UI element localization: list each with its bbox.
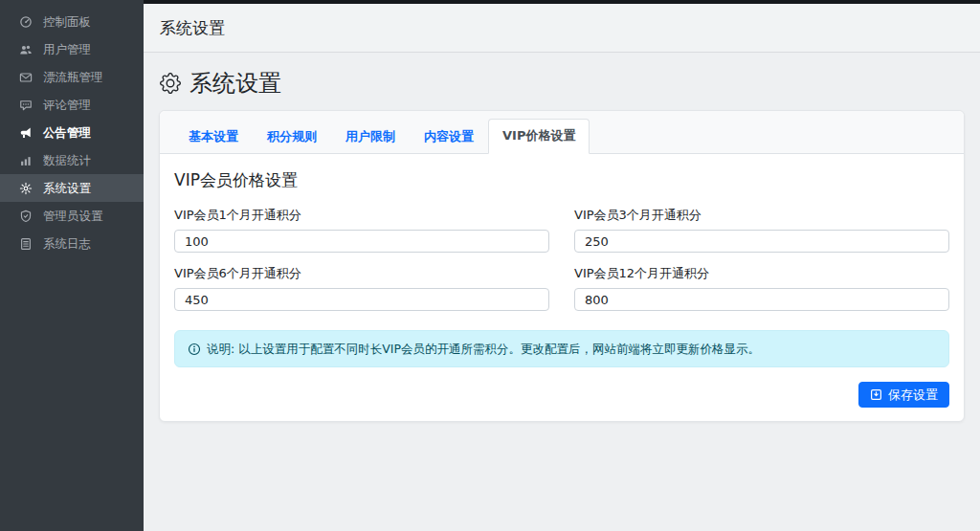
bullhorn-icon: [18, 125, 33, 140]
info-icon: [188, 343, 201, 356]
field-vip-12-month: VIP会员12个月开通积分: [574, 265, 949, 311]
settings-card: 基本设置积分规则用户限制内容设置VIP价格设置 VIP会员价格设置 VIP会员1…: [159, 110, 965, 422]
chart-bar-icon: [18, 153, 33, 167]
page-title: 系统设置: [144, 53, 980, 110]
save-settings-button[interactable]: 保存设置: [858, 382, 949, 408]
card-body: VIP会员价格设置 VIP会员1个月开通积分VIP会员3个月开通积分VIP会员6…: [160, 154, 964, 421]
sidebar-item-admin-settings[interactable]: 管理员设置: [0, 202, 144, 230]
gauge-icon: [18, 14, 33, 29]
top-navbar: 系统设置: [144, 4, 980, 53]
page-title-text: 系统设置: [189, 68, 281, 99]
navbar-title: 系统设置: [160, 17, 225, 39]
vip-12-month-input[interactable]: [574, 288, 949, 311]
gear-icon: [160, 73, 181, 94]
sidebar-menu: 控制面板用户管理漂流瓶管理评论管理公告管理数据统计系统设置管理员设置系统日志: [0, 8, 144, 257]
vip-1-month-label: VIP会员1个月开通积分: [174, 207, 549, 224]
sidebar-item-users[interactable]: 用户管理: [0, 35, 144, 63]
sidebar-item-label: 评论管理: [43, 98, 91, 112]
sidebar-item-label: 控制面板: [43, 14, 91, 29]
vip-6-month-input[interactable]: [174, 288, 549, 311]
tab-bar: 基本设置积分规则用户限制内容设置VIP价格设置: [160, 111, 964, 154]
save-button-label: 保存设置: [888, 387, 938, 403]
vip-3-month-input[interactable]: [574, 230, 949, 253]
info-alert: 说明: 以上设置用于配置不同时长VIP会员的开通所需积分。更改配置后，网站前端将…: [174, 330, 949, 367]
sidebar-item-announcements[interactable]: 公告管理: [0, 119, 144, 146]
field-vip-6-month: VIP会员6个月开通积分: [174, 265, 549, 311]
app-window: 控制面板用户管理漂流瓶管理评论管理公告管理数据统计系统设置管理员设置系统日志 系…: [0, 0, 980, 531]
vip-12-month-label: VIP会员12个月开通积分: [574, 265, 949, 282]
file-list-icon: [18, 236, 33, 251]
comment-icon: [18, 98, 33, 112]
actions-row: 保存设置: [174, 382, 949, 408]
sidebar-item-label: 管理员设置: [43, 209, 103, 223]
sidebar-item-label: 漂流瓶管理: [43, 70, 103, 84]
tab-basic[interactable]: 基本设置: [174, 120, 253, 154]
envelope-icon: [18, 70, 33, 84]
sidebar: 控制面板用户管理漂流瓶管理评论管理公告管理数据统计系统设置管理员设置系统日志: [0, 0, 144, 531]
users-icon: [18, 42, 33, 56]
sidebar-item-statistics[interactable]: 数据统计: [0, 146, 144, 174]
sidebar-item-label: 系统设置: [43, 181, 91, 195]
sidebar-item-label: 公告管理: [43, 125, 91, 140]
sidebar-item-system-logs[interactable]: 系统日志: [0, 230, 144, 257]
sidebar-item-label: 数据统计: [43, 153, 91, 167]
sidebar-item-dashboard[interactable]: 控制面板: [0, 8, 144, 35]
tab-limits[interactable]: 用户限制: [331, 120, 410, 154]
vip-3-month-label: VIP会员3个月开通积分: [574, 207, 949, 224]
sidebar-item-system-settings[interactable]: 系统设置: [0, 174, 144, 202]
info-alert-text: 说明: 以上设置用于配置不同时长VIP会员的开通所需积分。更改配置后，网站前端将…: [207, 341, 760, 357]
sidebar-item-comments[interactable]: 评论管理: [0, 91, 144, 119]
vip-1-month-input[interactable]: [174, 230, 549, 253]
tab-content[interactable]: 内容设置: [410, 120, 488, 154]
field-vip-1-month: VIP会员1个月开通积分: [174, 207, 549, 253]
sidebar-item-label: 系统日志: [43, 236, 91, 251]
vip-price-form: VIP会员1个月开通积分VIP会员3个月开通积分VIP会员6个月开通积分VIP会…: [174, 207, 949, 311]
shield-icon: [18, 209, 33, 223]
section-title: VIP会员价格设置: [174, 169, 949, 191]
tab-points[interactable]: 积分规则: [253, 120, 331, 154]
main-area: 系统设置 系统设置 基本设置积分规则用户限制内容设置VIP价格设置 VIP会员价…: [144, 0, 980, 531]
tab-vip-price[interactable]: VIP价格设置: [488, 119, 590, 154]
sidebar-item-bottles[interactable]: 漂流瓶管理: [0, 63, 144, 91]
field-vip-3-month: VIP会员3个月开通积分: [574, 207, 949, 253]
save-icon: [870, 388, 882, 401]
sidebar-item-label: 用户管理: [43, 42, 91, 56]
gear-icon: [18, 181, 33, 195]
vip-6-month-label: VIP会员6个月开通积分: [174, 265, 549, 282]
